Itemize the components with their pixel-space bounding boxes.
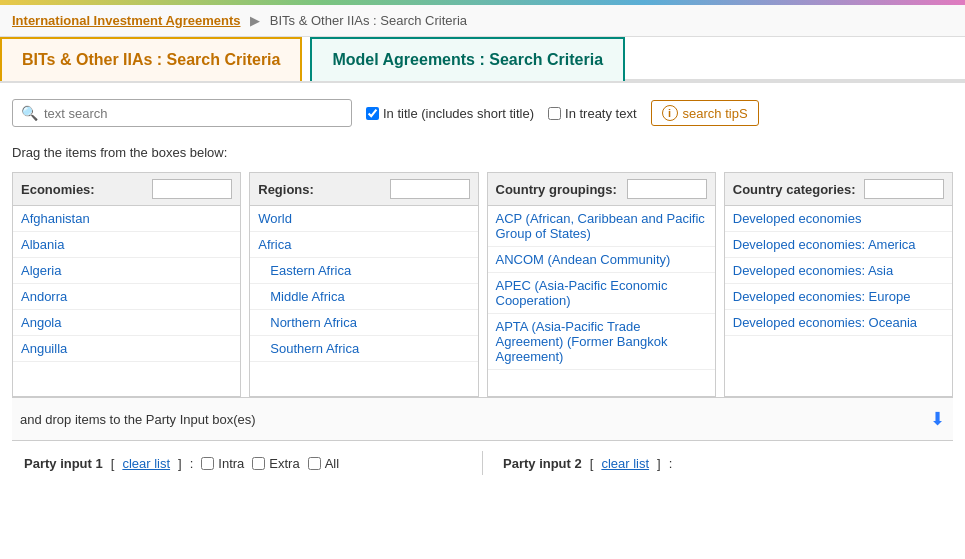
search-tips-label: search tipS [683,106,748,121]
regions-label: Regions: [258,182,314,197]
party2-section: Party input 2 [ clear list ] : [503,456,941,471]
extra-group: Extra [252,456,299,471]
party1-bracket-close: ] [178,456,182,471]
intra-checkbox[interactable] [201,457,214,470]
list-item[interactable]: Southern Africa [250,336,477,362]
economies-header: Economies: [13,173,240,206]
regions-filter[interactable] [390,179,470,199]
party2-colon: : [669,456,673,471]
main-content: 🔍 In title (includes short title) In tre… [0,83,965,501]
list-item[interactable]: Developed economies: Europe [725,284,952,310]
tab-bits[interactable]: BITs & Other IIAs : Search Criteria [0,37,302,81]
drop-row: and drop items to the Party Input box(es… [12,397,953,440]
party1-section: Party input 1 [ clear list ] : Intra Ext… [24,456,462,471]
party2-clear-link[interactable]: clear list [601,456,649,471]
economies-label: Economies: [21,182,95,197]
in-title-checkbox[interactable] [366,107,379,120]
list-item[interactable]: Northern Africa [250,310,477,336]
extra-label: Extra [269,456,299,471]
all-group: All [308,456,339,471]
economies-list: Afghanistan Albania Algeria Andorra Ango… [13,206,240,396]
list-item[interactable]: Anguilla [13,336,240,362]
list-item[interactable]: Developed economies [725,206,952,232]
party1-clear-link[interactable]: clear list [122,456,170,471]
breadcrumb: International Investment Agreements ▶ BI… [0,5,965,37]
list-item[interactable]: Albania [13,232,240,258]
tab-bar: BITs & Other IIAs : Search Criteria Mode… [0,37,965,83]
breadcrumb-link[interactable]: International Investment Agreements [12,13,241,28]
list-item[interactable]: World [250,206,477,232]
download-icon: ⬇ [930,408,945,430]
regions-column: Regions: World Africa Eastern Africa Mid… [249,172,478,397]
intra-group: Intra [201,456,244,471]
intra-label: Intra [218,456,244,471]
country-groupings-column: Country groupings: ACP (African, Caribbe… [487,172,716,397]
all-label: All [325,456,339,471]
party1-label: Party input 1 [24,456,103,471]
in-treaty-checkbox[interactable] [548,107,561,120]
tab-spacer [625,79,965,81]
search-box: 🔍 [12,99,352,127]
list-item[interactable]: Angola [13,310,240,336]
country-groupings-label: Country groupings: [496,182,617,197]
list-item[interactable]: ANCOM (Andean Community) [488,247,715,273]
in-treaty-label: In treaty text [565,106,637,121]
tab-model[interactable]: Model Agreements : Search Criteria [310,37,625,81]
list-item[interactable]: Developed economies: America [725,232,952,258]
list-item[interactable]: APTA (Asia-Pacific Trade Agreement) (For… [488,314,715,370]
country-categories-header: Country categories: [725,173,952,206]
country-groupings-filter[interactable] [627,179,707,199]
party2-label: Party input 2 [503,456,582,471]
in-title-group: In title (includes short title) [366,106,534,121]
list-item[interactable]: Andorra [13,284,240,310]
country-groupings-list: ACP (African, Caribbean and Pacific Grou… [488,206,715,396]
regions-list: World Africa Eastern Africa Middle Afric… [250,206,477,396]
list-item[interactable]: Algeria [13,258,240,284]
drag-label: Drag the items from the boxes below: [12,145,953,160]
list-item[interactable]: Developed economies: Oceania [725,310,952,336]
country-categories-filter[interactable] [864,179,944,199]
in-title-label: In title (includes short title) [383,106,534,121]
list-item[interactable]: Afghanistan [13,206,240,232]
list-item[interactable]: APEC (Asia-Pacific Economic Cooperation) [488,273,715,314]
country-categories-label: Country categories: [733,182,856,197]
list-item[interactable]: Africa [250,232,477,258]
extra-checkbox[interactable] [252,457,265,470]
info-icon: i [662,105,678,121]
breadcrumb-current: BITs & Other IIAs : Search Criteria [270,13,467,28]
search-tips-button[interactable]: i search tipS [651,100,759,126]
regions-header: Regions: [250,173,477,206]
list-item[interactable]: Eastern Africa [250,258,477,284]
drop-label: and drop items to the Party Input box(es… [20,412,256,427]
country-groupings-header: Country groupings: [488,173,715,206]
search-row: 🔍 In title (includes short title) In tre… [12,99,953,127]
all-checkbox[interactable] [308,457,321,470]
search-icon: 🔍 [21,105,38,121]
country-categories-column: Country categories: Developed economies … [724,172,953,397]
list-item[interactable]: Developed economies: Asia [725,258,952,284]
in-treaty-group: In treaty text [548,106,637,121]
country-categories-list: Developed economies Developed economies:… [725,206,952,396]
list-item[interactable]: ACP (African, Caribbean and Pacific Grou… [488,206,715,247]
breadcrumb-separator: ▶ [250,13,260,28]
economies-column: Economies: Afghanistan Albania Algeria A… [12,172,241,397]
party1-bracket-open: [ [111,456,115,471]
party-row: Party input 1 [ clear list ] : Intra Ext… [12,440,953,485]
search-input[interactable] [44,106,343,121]
party1-colon: : [190,456,194,471]
economies-filter[interactable] [152,179,232,199]
columns-container: Economies: Afghanistan Albania Algeria A… [12,172,953,397]
party-divider [482,451,483,475]
party2-bracket-close: ] [657,456,661,471]
party2-bracket-open: [ [590,456,594,471]
list-item[interactable]: Middle Africa [250,284,477,310]
